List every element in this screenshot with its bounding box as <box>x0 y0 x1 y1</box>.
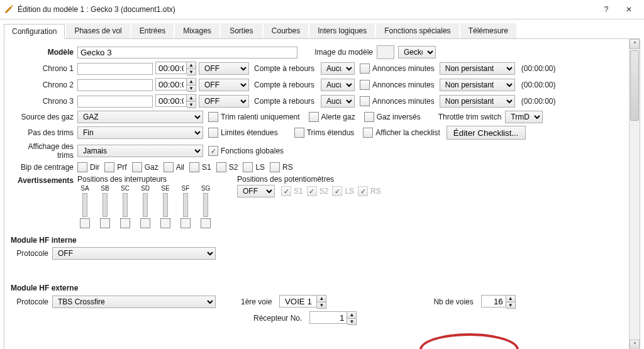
throttle-source-label: Source des gaz <box>11 113 77 121</box>
throttle-trim-sw-select[interactable]: TrmD <box>505 111 543 123</box>
chrono2-persist-select[interactable]: Non persistant <box>440 79 515 91</box>
chrono3-mode-select[interactable]: OFF <box>199 95 249 108</box>
cb-gaz-check[interactable] <box>132 162 142 172</box>
chrono3-ann-label: Annonces minutes <box>372 97 435 106</box>
cb-ls-check[interactable] <box>243 162 253 172</box>
cb-s2-check[interactable] <box>216 162 226 172</box>
pot-mode-select[interactable]: OFF <box>237 185 275 197</box>
close-button[interactable]: ✕ <box>618 0 640 19</box>
sw-sa-box[interactable] <box>80 218 90 228</box>
internal-protocol-select[interactable]: OFF <box>52 247 216 260</box>
chrono2-countdown-select[interactable]: Aucun <box>321 79 355 91</box>
external-protocol-select[interactable]: TBS Crossfire <box>52 296 216 308</box>
ext-trims-check[interactable] <box>294 128 304 138</box>
chrono1-ann-check[interactable] <box>360 64 370 74</box>
chrono3-persist-select[interactable]: Non persistant <box>440 95 515 108</box>
model-image-swatch[interactable] <box>377 45 394 59</box>
sw-sg-box[interactable] <box>201 218 211 228</box>
chrono2-name-input[interactable] <box>77 79 153 91</box>
trim-display-select[interactable]: Jamais <box>77 145 203 157</box>
sw-sd-box[interactable] <box>140 218 150 228</box>
sw-sc-slider[interactable] <box>123 193 128 217</box>
trim-idle-check[interactable] <box>208 112 218 122</box>
receiver-no-stepper[interactable]: ▲▼ <box>347 311 357 325</box>
pot-pos-header: Positions des potentiomètres <box>237 175 381 184</box>
tab-flight-phases[interactable]: Phases de vol <box>66 23 130 38</box>
tab-special-fn[interactable]: Fonctions spéciales <box>376 23 458 38</box>
sw-sb-box[interactable] <box>100 218 110 228</box>
scroll-thumb[interactable] <box>630 50 639 121</box>
chrono1-label: Chrono 1 <box>11 64 77 73</box>
global-fn-label: Fonctions globales <box>221 147 284 155</box>
pot-ls-label: LS <box>345 187 354 196</box>
chrono1-countdown-select[interactable]: Aucun <box>321 62 355 75</box>
model-image-select[interactable]: Gecko <box>398 46 436 58</box>
vertical-scrollbar[interactable]: ˄ ˅ <box>629 39 640 349</box>
global-fn-check[interactable] <box>208 146 218 156</box>
chrono2-mode-select[interactable]: OFF <box>199 79 249 91</box>
sw-sf-box[interactable] <box>180 218 191 228</box>
chrono1-time-spinner[interactable] <box>155 62 187 74</box>
num-channels-label: Nb de voies <box>433 297 477 306</box>
scroll-up-arrow-icon[interactable]: ˄ <box>630 39 640 49</box>
chrono2-ann-check[interactable] <box>360 80 370 90</box>
chrono3-ann-check[interactable] <box>360 96 370 106</box>
cb-prf-check[interactable] <box>104 162 114 172</box>
trim-step-select[interactable]: Fin <box>77 126 203 139</box>
model-name-input[interactable] <box>77 47 297 58</box>
ext-limits-check[interactable] <box>208 128 218 138</box>
cb-dir-check[interactable] <box>77 162 87 172</box>
cb-ail-check[interactable] <box>164 162 174 172</box>
chrono1-ann-label: Annonces minutes <box>372 64 435 73</box>
tab-outputs[interactable]: Sorties <box>221 23 262 38</box>
scroll-down-arrow-icon[interactable]: ˅ <box>630 340 640 349</box>
receiver-no-spinner[interactable] <box>309 311 347 324</box>
chrono1-persist-select[interactable]: Non persistant <box>440 62 515 75</box>
sw-sb-slider[interactable] <box>103 193 108 217</box>
sw-se-slider[interactable] <box>163 193 168 217</box>
config-panel: Modèle Image du modèle Gecko Chrono 1 ▲▼… <box>4 39 640 349</box>
chrono2-time-stepper[interactable]: ▲▼ <box>187 78 196 92</box>
cb-rs-check[interactable] <box>270 162 280 172</box>
trim-idle-label: Trim ralenti uniquement <box>221 113 300 121</box>
sw-sf-slider[interactable] <box>183 193 188 217</box>
chrono3-time-spinner[interactable] <box>155 94 187 107</box>
cb-s2-label: S2 <box>229 163 238 172</box>
throttle-alert-check[interactable] <box>309 112 319 122</box>
sw-sg-slider[interactable] <box>203 193 208 217</box>
cb-s1-check[interactable] <box>189 162 199 172</box>
first-channel-label: 1ère voie <box>241 297 275 306</box>
titlebar: Édition du modèle 1 : Gecko 3 (document1… <box>0 0 644 19</box>
internal-rf-header: Module HF interne <box>11 236 633 245</box>
tab-inputs[interactable]: Entrées <box>131 23 174 38</box>
window-title: Édition du modèle 1 : Gecko 3 (document1… <box>18 5 595 14</box>
sw-sd-slider[interactable] <box>143 193 148 217</box>
chrono3-name-input[interactable] <box>77 96 153 108</box>
pot-s2-label: S2 <box>319 187 329 196</box>
pot-ls-check <box>332 186 342 196</box>
throttle-source-select[interactable]: GAZ <box>77 111 203 123</box>
tab-telemetry[interactable]: Télémesure <box>460 23 516 38</box>
help-button[interactable]: ? <box>595 0 618 19</box>
cb-s1-label: S1 <box>202 163 211 172</box>
tab-logical-sw[interactable]: Inters logiques <box>309 23 375 38</box>
show-checklist-check[interactable] <box>363 128 373 138</box>
chrono3-countdown-select[interactable]: Aucun <box>321 95 355 108</box>
chrono1-mode-select[interactable]: OFF <box>199 62 249 75</box>
sw-se-box[interactable] <box>160 218 170 228</box>
edit-checklist-button[interactable]: Éditer Checklist... <box>447 126 526 140</box>
throttle-reversed-check[interactable] <box>364 112 374 122</box>
num-channels-stepper[interactable]: ▲▼ <box>506 295 516 309</box>
tab-curves[interactable]: Courbes <box>264 23 308 38</box>
sw-sc-box[interactable] <box>120 218 130 228</box>
sw-sa-slider[interactable] <box>82 193 87 217</box>
first-channel-stepper[interactable]: ▲▼ <box>317 295 326 309</box>
tab-mixes[interactable]: Mixages <box>175 23 219 38</box>
chrono1-time-stepper[interactable]: ▲▼ <box>187 62 196 75</box>
chrono3-time-stepper[interactable]: ▲▼ <box>187 94 196 108</box>
tab-configuration[interactable]: Configuration <box>4 24 65 39</box>
chrono2-time-spinner[interactable] <box>155 78 187 91</box>
first-channel-spinner[interactable] <box>279 295 317 307</box>
num-channels-spinner[interactable] <box>481 295 506 307</box>
chrono1-name-input[interactable] <box>77 63 153 75</box>
